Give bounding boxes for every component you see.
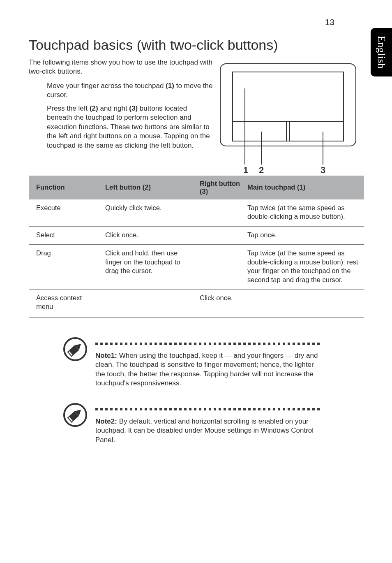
touchpad-diagram: 1 2 3 — [216, 60, 364, 176]
svg-rect-0 — [220, 64, 356, 146]
svg-rect-1 — [233, 72, 344, 121]
note-2-text: Note2: By default, vertical and horizont… — [95, 417, 325, 445]
page-title: Touchpad basics (with two-click buttons) — [29, 37, 364, 53]
language-tab-label: English — [376, 36, 387, 69]
functions-table: Function Left button (2) Right button (3… — [29, 176, 364, 317]
note-2: Note2: By default, vertical and horizont… — [63, 403, 364, 445]
th-main-touchpad: Main touchpad (1) — [245, 176, 364, 199]
pencil-icon — [63, 403, 87, 427]
page-number: 13 — [325, 17, 334, 27]
th-right-button: Right button (3) — [197, 176, 245, 199]
bullet-2: Press the left (2) and right (3) buttons… — [47, 104, 214, 150]
th-function: Function — [29, 176, 103, 199]
lead-paragraph: The following items show you how to use … — [29, 58, 214, 76]
table-row: Access context menu Click once. — [29, 290, 364, 317]
table-row: Select Click once. Tap once. — [29, 226, 364, 244]
pencil-icon — [63, 337, 87, 361]
diagram-label-3: 3 — [321, 165, 325, 175]
svg-rect-2 — [233, 121, 344, 141]
table-row: Execute Quickly click twice. Tap twice (… — [29, 199, 364, 226]
bullet-1: Move your finger across the touchpad (1)… — [47, 81, 214, 100]
diagram-label-1: 1 — [243, 165, 248, 175]
language-tab: English — [371, 28, 392, 76]
table-row: Drag Click and hold, then use finger on … — [29, 245, 364, 290]
diagram-label-2: 2 — [259, 165, 264, 175]
separator-dots — [95, 340, 325, 347]
note-1: Note1: When using the touchpad, keep it … — [63, 337, 364, 388]
th-left-button: Left button (2) — [103, 176, 197, 199]
note-1-text: Note1: When using the touchpad, keep it … — [95, 351, 325, 388]
separator-dots — [95, 405, 325, 413]
